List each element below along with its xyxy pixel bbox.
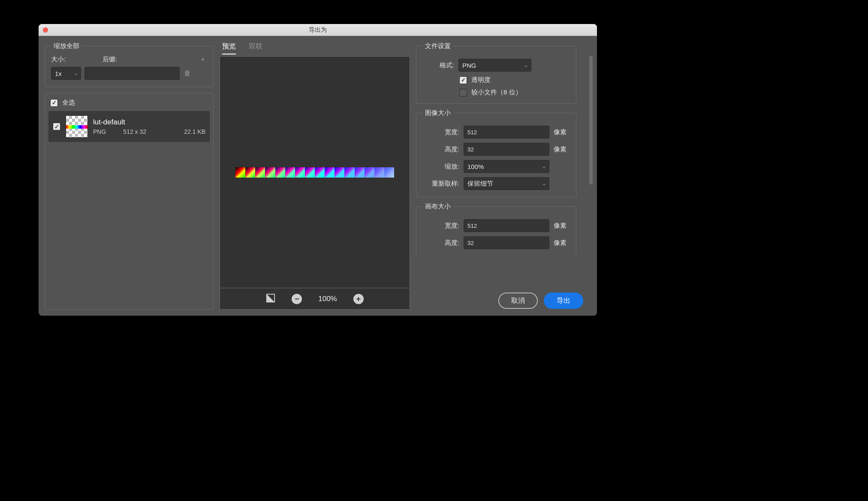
canvas-height-label: 高度:: [422, 239, 459, 247]
width-label: 宽度:: [422, 128, 459, 136]
canvas-height-unit: 像素: [554, 239, 570, 247]
resample-label: 重新取样:: [422, 180, 459, 188]
chevron-down-icon: ⌵: [542, 181, 546, 187]
preview-panel: 预览 双联: [220, 42, 410, 310]
export-button[interactable]: 导出: [544, 293, 583, 309]
trash-icon[interactable]: 🗑: [183, 69, 192, 77]
close-button[interactable]: [43, 27, 48, 33]
canvas-height-input[interactable]: [464, 236, 549, 249]
scale-label: 缩放:: [422, 163, 459, 171]
chevron-down-icon: ⌵: [74, 70, 77, 76]
canvas-width-label: 宽度:: [422, 222, 459, 230]
resample-select[interactable]: 保留细节 ⌵: [464, 177, 549, 190]
asset-row[interactable]: lut-default PNG 512 x 32 22.1 KB: [48, 111, 210, 142]
zoom-in-button[interactable]: +: [353, 294, 364, 304]
add-size-icon[interactable]: +: [199, 56, 207, 63]
scale-value: 100%: [467, 163, 484, 170]
file-settings-legend: 文件设置: [422, 42, 453, 50]
preview-canvas[interactable]: [220, 56, 410, 288]
asset-dimensions: 512 x 32: [123, 128, 146, 135]
asset-checkbox[interactable]: [53, 123, 60, 130]
export-dialog: 导出为 缩放全部 大小: 后缀: + 1x ⌵: [39, 24, 597, 316]
format-select[interactable]: PNG ⌵: [458, 59, 531, 72]
assets-list: 全选 lut-default PNG 512 x 32 22.1 KB: [45, 93, 214, 310]
suffix-label: 后缀:: [102, 55, 117, 63]
scale-all-group: 缩放全部 大小: 后缀: + 1x ⌵ 🗑: [45, 42, 214, 87]
preview-controls: − 100% +: [220, 288, 410, 310]
window-title: 导出为: [39, 26, 597, 34]
contrast-icon[interactable]: [266, 293, 275, 304]
scrollbar[interactable]: [589, 56, 593, 184]
dialog-footer: 取消 导出: [498, 293, 583, 309]
width-input[interactable]: [464, 126, 549, 139]
settings-panel: 文件设置 格式: PNG ⌵ 透明度 较小文件（8 位）: [416, 42, 586, 310]
select-all-row: 全选: [48, 99, 210, 107]
lut-preview-image: [235, 167, 394, 178]
canvas-size-legend: 画布大小: [422, 202, 453, 211]
left-panel: 缩放全部 大小: 后缀: + 1x ⌵ 🗑: [45, 42, 214, 310]
size-value: 1x: [55, 70, 62, 77]
transparency-checkbox[interactable]: [459, 76, 467, 84]
format-label: 格式:: [422, 61, 454, 69]
format-value: PNG: [462, 62, 476, 69]
transparency-label: 透明度: [471, 76, 491, 84]
image-size-group: 图像大小 宽度: 像素 高度: 像素 缩放: 100% ⌵: [416, 109, 576, 197]
image-size-legend: 图像大小: [422, 109, 453, 117]
titlebar: 导出为: [39, 24, 597, 36]
zoom-out-button[interactable]: −: [292, 294, 302, 304]
suffix-input[interactable]: [84, 67, 180, 80]
width-unit: 像素: [554, 128, 570, 136]
height-label: 高度:: [422, 145, 459, 154]
select-all-checkbox[interactable]: [50, 99, 58, 107]
size-select[interactable]: 1x ⌵: [51, 67, 81, 80]
height-unit: 像素: [554, 145, 570, 154]
chevron-down-icon: ⌵: [542, 163, 546, 169]
chevron-down-icon: ⌵: [524, 62, 527, 68]
select-all-label: 全选: [62, 99, 75, 107]
canvas-width-input[interactable]: [464, 219, 549, 232]
resample-value: 保留细节: [467, 180, 493, 188]
height-input[interactable]: [464, 143, 549, 156]
smaller-file-label: 较小文件（8 位）: [471, 88, 522, 97]
asset-format: PNG: [93, 128, 106, 135]
preview-tabs: 预览 双联: [220, 42, 410, 54]
smaller-file-checkbox[interactable]: [459, 89, 467, 97]
tab-two-up[interactable]: 双联: [249, 42, 262, 54]
zoom-level: 100%: [318, 295, 337, 303]
asset-info: lut-default PNG 512 x 32 22.1 KB: [93, 118, 205, 135]
tab-preview[interactable]: 预览: [222, 42, 236, 54]
scale-select[interactable]: 100% ⌵: [464, 160, 549, 173]
canvas-width-unit: 像素: [554, 222, 570, 230]
asset-name: lut-default: [93, 118, 205, 127]
scale-all-legend: 缩放全部: [51, 42, 82, 50]
size-label: 大小:: [51, 55, 81, 63]
asset-thumbnail: [66, 115, 88, 138]
file-settings-group: 文件设置 格式: PNG ⌵ 透明度 较小文件（8 位）: [416, 42, 576, 104]
canvas-size-group: 画布大小 宽度: 像素 高度: 像素: [416, 202, 576, 256]
cancel-button[interactable]: 取消: [498, 293, 538, 309]
asset-filesize: 22.1 KB: [184, 128, 205, 135]
